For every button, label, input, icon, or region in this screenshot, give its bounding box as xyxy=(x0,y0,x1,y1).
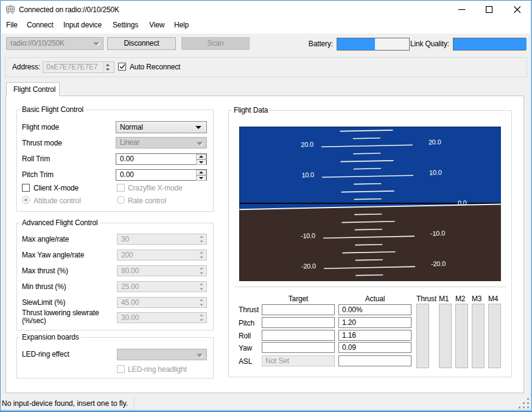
svg-text:20.0: 20.0 xyxy=(429,138,441,145)
svg-text:-20.0: -20.0 xyxy=(301,262,316,270)
svg-text:-10.0: -10.0 xyxy=(301,232,315,239)
svg-text:-10.0: -10.0 xyxy=(430,229,445,237)
svg-text:10.0: 10.0 xyxy=(429,169,442,176)
svg-text:10.0: 10.0 xyxy=(301,171,314,178)
svg-text:-20.0: -20.0 xyxy=(431,260,446,267)
svg-text:20.0: 20.0 xyxy=(301,141,313,148)
